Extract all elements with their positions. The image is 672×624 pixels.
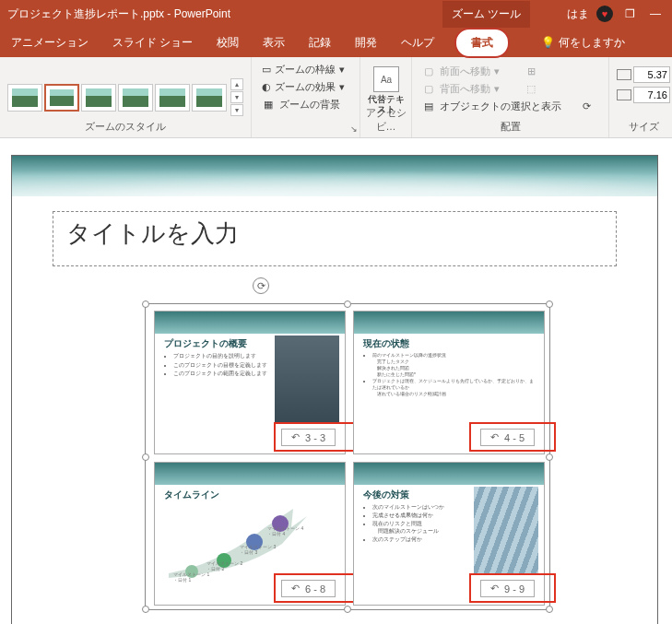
group-label: アクセシビ… xyxy=(360,104,411,135)
tell-me-label: 何をしますか xyxy=(559,35,625,51)
resize-handle[interactable] xyxy=(142,453,149,461)
group-zoom-style: ▴▾▾ ズームのスタイル xyxy=(0,57,252,137)
effect-icon: ◐ xyxy=(261,79,271,94)
selection-pane-icon: ▤ xyxy=(421,99,436,113)
title-placeholder[interactable]: タイトルを入力 xyxy=(53,211,617,266)
resize-handle[interactable] xyxy=(344,300,351,308)
resize-handle[interactable] xyxy=(546,300,553,308)
thumb-header-graphic xyxy=(155,463,345,485)
style-thumb[interactable] xyxy=(118,84,153,112)
gallery-scroll[interactable]: ▴▾▾ xyxy=(230,78,243,116)
timeline-arrow-graphic xyxy=(164,500,330,583)
send-backward-icon: ▢ xyxy=(421,81,436,96)
tab-help[interactable]: ヘルプ xyxy=(397,29,438,56)
thumb-header-graphic xyxy=(155,312,345,334)
send-backward-button[interactable]: ▢背面へ移動 ▾ ⬚ xyxy=(419,80,595,97)
slide[interactable]: タイトルを入力 ⟳ プロジェクトの概要 プロジェクトの目的を説明します このプロ… xyxy=(11,155,658,624)
height-row xyxy=(617,66,670,83)
minimize-button[interactable]: — xyxy=(646,7,665,20)
tab-format[interactable]: 書式 xyxy=(454,28,510,58)
user-name: はま xyxy=(567,6,589,22)
ribbon-tabs: アニメーション スライド ショー 校閲 表示 記録 開発 ヘルプ 書式 💡 何を… xyxy=(0,28,672,57)
slide-canvas[interactable]: タイトルを入力 ⟳ プロジェクトの概要 プロジェクトの目的を説明します このプロ… xyxy=(0,138,672,624)
style-thumb[interactable] xyxy=(7,84,42,112)
thumb-title: 現在の状態 xyxy=(354,334,544,352)
align-icon: ⊞ xyxy=(524,64,538,78)
resize-handle[interactable] xyxy=(546,606,553,613)
tab-review[interactable]: 校閲 xyxy=(213,29,242,56)
list-item: 完了したタスク xyxy=(372,359,535,365)
tab-developer[interactable]: 開発 xyxy=(351,29,381,56)
ribbon: ▴▾▾ ズームのスタイル ▭ズームの枠線 ▾ ◐ズームの効果 ▾ ▦ズームの背景… xyxy=(0,57,672,138)
milestone-label: マイルストーン 2・日付 2 xyxy=(206,560,242,571)
tab-animation[interactable]: アニメーション xyxy=(7,29,92,56)
group-label: ズームのスタイル xyxy=(0,118,251,135)
list-item: 解決された問題 xyxy=(372,365,535,371)
zoom-border-button[interactable]: ▭ズームの枠線 ▾ xyxy=(259,61,347,77)
list-item: 前のマイルストーン以降の進捗状況 xyxy=(372,352,535,359)
send-backward-label: 背面へ移動 xyxy=(440,82,490,96)
annotation-box xyxy=(274,422,360,452)
user-avatar-icon[interactable]: ♥ xyxy=(596,6,613,22)
width-icon xyxy=(617,89,631,100)
selection-pane-label: オブジェクトの選択と表示 xyxy=(440,100,561,113)
bring-forward-icon: ▢ xyxy=(421,64,436,78)
lightbulb-icon: 💡 xyxy=(541,36,555,49)
group-size: サイズ xyxy=(609,57,672,137)
bring-forward-label: 前面へ移動 xyxy=(440,65,490,78)
thumb-image-person xyxy=(275,336,339,422)
width-input[interactable] xyxy=(633,87,670,103)
style-thumb[interactable] xyxy=(81,84,116,112)
style-thumb-selected[interactable] xyxy=(44,84,79,112)
annotation-box xyxy=(469,573,556,603)
document-title: プロジェクト進捗レポート.pptx - PowerPoint xyxy=(7,6,230,22)
thumb-header-graphic xyxy=(354,312,544,334)
list-item: 新たに生じた問題* xyxy=(372,371,535,378)
tab-slideshow[interactable]: スライド ショー xyxy=(109,29,196,56)
resize-handle[interactable] xyxy=(546,453,553,461)
group-label: サイズ xyxy=(609,118,672,135)
group-arrange: ▢前面へ移動 ▾ ⊞ ▢背面へ移動 ▾ ⬚ ▤オブジェクトの選択と表示 ⟳ 配置 xyxy=(412,57,609,137)
group-icon: ⬚ xyxy=(524,81,538,96)
style-thumb[interactable] xyxy=(155,84,190,112)
bring-forward-button[interactable]: ▢前面へ移動 ▾ ⊞ xyxy=(419,63,595,79)
slide-header-graphic xyxy=(12,156,657,206)
resize-handle[interactable] xyxy=(142,300,149,308)
user-area: はま ♥ ❐ — xyxy=(567,6,665,22)
tab-record[interactable]: 記録 xyxy=(305,29,335,56)
annotation-box xyxy=(274,573,360,603)
thumb-header-graphic xyxy=(354,463,544,485)
rotate-icon: ⟳ xyxy=(579,99,594,113)
contextual-tab-label: ズーム ツール xyxy=(442,1,530,28)
zoom-bg-button[interactable]: ▦ズームの背景 xyxy=(259,96,347,112)
group-accessibility: Aa 代替テキスト アクセシビ… xyxy=(360,57,412,137)
milestone-label: マイルストーン 4・日付 4 xyxy=(267,525,303,536)
annotation-box xyxy=(469,422,556,452)
border-icon: ▭ xyxy=(261,62,271,77)
titlebar: プロジェクト進捗レポート.pptx - PowerPoint ズーム ツール は… xyxy=(0,0,672,28)
tell-me[interactable]: 💡 何をしますか xyxy=(541,35,625,51)
rotate-handle-icon[interactable]: ⟳ xyxy=(253,277,269,294)
width-row xyxy=(617,87,670,103)
ribbon-display-button[interactable]: ❐ xyxy=(620,7,639,20)
selection-pane-button[interactable]: ▤オブジェクトの選択と表示 ⟳ xyxy=(419,98,595,114)
resize-handle[interactable] xyxy=(142,606,149,613)
style-thumb[interactable] xyxy=(192,84,227,112)
milestone-label: マイルストーン 1・日付 1 xyxy=(173,571,209,583)
tab-view[interactable]: 表示 xyxy=(259,29,289,56)
zoom-effect-button[interactable]: ◐ズームの効果 ▾ xyxy=(259,78,347,95)
height-input[interactable] xyxy=(633,66,670,83)
alt-text-icon: Aa xyxy=(373,66,399,92)
zoom-border-label: ズームの枠線 xyxy=(275,63,336,77)
list-item: プロジェクトは現在、スケジュールよりも先行しているか、予定どおりか、または遅れて… xyxy=(372,378,535,391)
group-label: 配置 xyxy=(412,118,608,135)
milestone-label: マイルストーン 3・日付 3 xyxy=(240,544,276,555)
height-icon xyxy=(617,69,631,80)
title-placeholder-text: タイトルを入力 xyxy=(66,219,239,247)
thumb-body: 前のマイルストーン以降の進捗状況 完了したタスク 解決された問題 新たに生じた問… xyxy=(354,352,544,397)
group-zoom-commands: ▭ズームの枠線 ▾ ◐ズームの効果 ▾ ▦ズームの背景 ↘ xyxy=(252,57,360,137)
list-item: 遅れている場合のリスク軽減計画 xyxy=(372,391,535,397)
resize-handle[interactable] xyxy=(344,606,351,613)
dialog-launcher-icon[interactable]: ↘ xyxy=(350,124,358,134)
zoom-bg-label: ズームの背景 xyxy=(279,98,340,112)
